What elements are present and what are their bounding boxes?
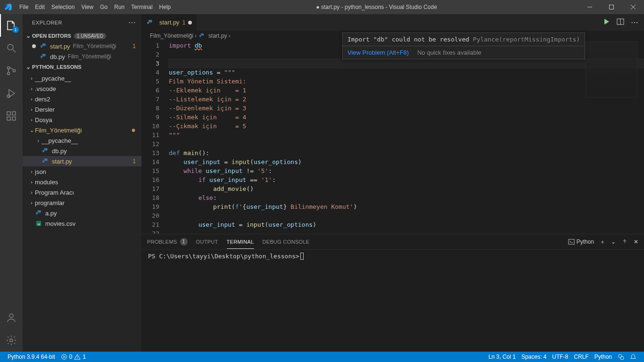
project-header[interactable]: ⌄ PYTHON_LESSONS [23,62,141,72]
chevron-icon: › [28,117,35,123]
status-python-version[interactable]: Python 3.9.4 64-bit [5,352,58,362]
editor-area: start.py 1 ⋯ Film_Yönetmeliği › start.py [141,14,644,352]
python-file-icon [198,32,206,40]
explorer-sidebar: EXPLORER ⋯ ⌄ OPEN EDITORS 1 UNSAVED star… [23,14,141,352]
svg-point-19 [620,356,624,360]
close-button[interactable] [622,0,644,14]
panel-tab-debug-console[interactable]: DEBUG CONSOLE [263,235,310,248]
status-notifications-icon[interactable] [627,354,639,360]
maximize-button[interactable] [601,0,622,14]
activity-scm-icon[interactable] [0,59,23,82]
menu-help[interactable]: Help [156,0,174,14]
split-editor-icon[interactable] [617,18,624,27]
open-editor-item[interactable]: db.pyFilm_Yönetmeliği [23,51,141,62]
status-cursor-pos[interactable]: Ln 3, Col 1 [486,354,519,360]
menu-bar: FileEditSelectionViewGoRunTerminalHelp [16,0,174,14]
terminal-shell-select[interactable]: Python [568,239,594,245]
python-file-icon [40,53,47,60]
panel-tab-problems[interactable]: PROBLEMS1 [147,234,188,249]
folder-item[interactable]: ›ders2 [23,94,141,104]
activity-bar: 1 [0,14,23,352]
panel-tab-terminal[interactable]: TERMINAL [227,235,254,249]
folder-item[interactable]: ⌄Film_Yönetmeliği● [23,125,141,135]
chevron-icon: › [28,96,35,102]
python-file-icon [146,19,154,26]
svg-rect-8 [12,117,16,120]
editor-tab[interactable]: start.py 1 [141,14,197,31]
file-item[interactable]: ⊞movies.csv [23,218,141,229]
chevron-down-icon: ⌄ [25,64,32,70]
svg-point-18 [619,354,622,358]
diagnostic-message: Import "db" could not be resolved Pylanc… [343,33,585,46]
menu-run[interactable]: Run [111,0,128,14]
menu-edit[interactable]: Edit [32,0,48,14]
activity-explorer-icon[interactable]: 1 [0,14,23,37]
more-actions-icon[interactable]: ⋯ [631,18,638,27]
new-terminal-icon[interactable]: ＋ [600,238,605,246]
folder-item[interactable]: ›__pycache__ [23,135,141,146]
view-problem-link[interactable]: View Problem (Alt+F8) [347,49,409,56]
file-item[interactable]: start.py1 [23,156,141,166]
terminal-body[interactable]: PS C:\Users\tayyi\Desktop\python_lessons… [141,250,644,352]
folder-item[interactable]: ›json [23,166,141,177]
problem-count: 1 [132,158,138,165]
modified-dot-icon: ● [131,128,138,132]
status-encoding[interactable]: UTF-8 [549,354,571,360]
chevron-icon: › [28,169,35,174]
menu-selection[interactable]: Selection [48,0,78,14]
menu-go[interactable]: Go [97,0,111,14]
menu-view[interactable]: View [78,0,97,14]
folder-item[interactable]: ›Dersler [23,104,141,115]
chevron-icon: › [28,75,35,81]
folder-item[interactable]: ›.vscode [23,83,141,94]
minimize-button[interactable] [579,0,601,14]
status-bar: Python 3.9.4 64-bit 0 1 Ln 3, Col 1 Spac… [0,352,644,362]
panel-tab-output[interactable]: OUTPUT [196,235,218,248]
sidebar-header: EXPLORER ⋯ [23,14,141,31]
chevron-right-icon: › [228,33,230,39]
open-editor-item[interactable]: start.pyFilm_Yönetmeliği1 [23,41,141,51]
minimap[interactable] [586,41,637,98]
breadcrumb-item[interactable]: Film_Yönetmeliği [150,33,193,39]
tab-label: start.py [159,19,180,26]
sidebar-more-icon[interactable]: ⋯ [128,18,136,27]
dirty-dot-icon [32,44,36,48]
python-file-icon [35,209,42,217]
activity-extensions-icon[interactable] [0,105,23,127]
menu-terminal[interactable]: Terminal [128,0,156,14]
csv-file-icon: ⊞ [35,220,42,227]
folder-item[interactable]: ›Dosya [23,115,141,125]
activity-debug-icon[interactable] [0,82,23,105]
panel-actions: Python ＋ ⌄ ✕ [568,238,638,246]
window-controls [579,0,644,14]
code-content[interactable]: import db user_options = """Film Yönetim… [169,41,644,234]
code-editor[interactable]: 12345678910111213141516171819202122 impo… [141,41,644,234]
terminal-dropdown-icon[interactable]: ⌄ [611,239,616,245]
maximize-panel-icon[interactable] [621,238,628,246]
status-indent[interactable]: Spaces: 4 [519,354,549,360]
activity-settings-icon[interactable] [0,329,23,352]
status-feedback-icon[interactable] [615,354,627,360]
activity-search-icon[interactable] [0,37,23,59]
run-file-icon[interactable] [603,18,610,27]
title-bar: FileEditSelectionViewGoRunTerminalHelp ●… [0,0,644,14]
status-eol[interactable]: CRLF [571,354,591,360]
chevron-icon: › [35,138,41,143]
close-panel-icon[interactable]: ✕ [634,239,638,245]
folder-item[interactable]: ›Program Aracı [23,187,141,197]
activity-account-icon[interactable] [0,306,23,329]
folder-item[interactable]: ›programlar [23,197,141,208]
status-right: Ln 3, Col 1 Spaces: 4 UTF-8 CRLF Python [486,354,639,360]
status-problems[interactable]: 0 1 [58,352,89,362]
chevron-icon: › [28,107,35,112]
open-editors-header[interactable]: ⌄ OPEN EDITORS 1 UNSAVED [23,31,141,41]
menu-file[interactable]: File [16,0,32,14]
file-item[interactable]: db.py [23,146,141,156]
file-item[interactable]: a.py [23,208,141,218]
svg-text:⊞: ⊞ [38,222,40,226]
folder-item[interactable]: ›__pycache__ [23,73,141,83]
breadcrumb-item[interactable]: start.py [208,33,227,39]
terminal-cursor [300,253,304,260]
status-language[interactable]: Python [592,354,615,360]
folder-item[interactable]: ›modules [23,177,141,187]
